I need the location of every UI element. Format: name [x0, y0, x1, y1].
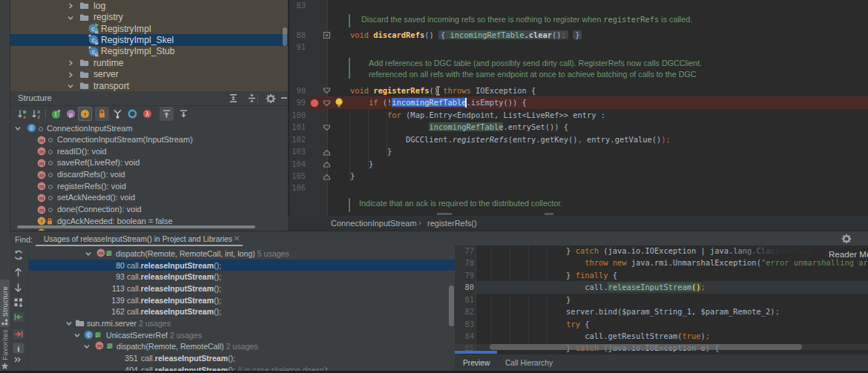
project-tree-row[interactable]: runtime: [10, 57, 288, 69]
code-line[interactable]: incomingRefTable.entrySet()) {: [332, 121, 568, 133]
usage-row[interactable]: 113call.releaseInputStream();: [29, 283, 455, 294]
expand-all-icon[interactable]: [228, 93, 238, 103]
gear-icon[interactable]: [841, 234, 852, 244]
structure-hscrollbar[interactable]: [17, 225, 255, 228]
group-by-icon[interactable]: [13, 297, 24, 308]
stripe-tab-favorites[interactable]: Favorites: [0, 327, 10, 370]
close-icon[interactable]: ✕: [234, 234, 240, 242]
fold-chevron-up-icon[interactable]: [323, 174, 331, 180]
editor-main[interactable]: 8388 void discardRefs() { incomingRefTab…: [288, 0, 868, 216]
code-line[interactable]: }: [332, 145, 392, 157]
folded-region[interactable]: { incomingRefTable.clear();: [438, 30, 568, 39]
structure-tree-row[interactable]: mreadID(): void: [10, 145, 288, 157]
project-tree-row[interactable]: cRegistryImpl: [10, 23, 288, 35]
editor-scrollbar-dash[interactable]: [437, 213, 452, 215]
reader-mode-label[interactable]: Reader Mode: [829, 249, 868, 259]
visibility-icon[interactable]: [125, 107, 139, 121]
usage-row[interactable]: 139call.releaseInputStream();: [29, 294, 455, 306]
sort-by-visibility-icon[interactable]: [16, 107, 30, 121]
structure-tree-row[interactable]: mregisterRefs(): void: [10, 180, 288, 192]
code-line[interactable]: }: [332, 158, 373, 170]
scroll-from-source-icon[interactable]: [177, 107, 191, 121]
usages-vscrollbar[interactable]: [449, 285, 454, 326]
chevron-right-icon[interactable]: [68, 60, 73, 66]
show-properties-icon[interactable]: p: [64, 107, 78, 121]
chevron-right-icon[interactable]: [68, 3, 73, 9]
chevron-down-icon[interactable]: [68, 15, 73, 21]
code-line[interactable]: if (!incomingRefTable.isEmpty()) {: [332, 96, 527, 108]
show-non-public-icon[interactable]: [95, 107, 109, 121]
folded-region[interactable]: }: [573, 30, 582, 39]
project-tree-row[interactable]: registry: [10, 12, 288, 24]
project-tree-row[interactable]: cRegistryImpl_Skel: [10, 34, 288, 46]
code-line[interactable]: void registerRefs() throws IOException {: [332, 85, 536, 96]
sort-alpha-icon[interactable]: az: [30, 107, 44, 121]
project-tree-row[interactable]: cRegistryImpl_Stub: [10, 46, 288, 58]
scroll-to-source-icon[interactable]: [160, 107, 174, 121]
usage-row[interactable]: 404call.releaseInputStream(); // in case…: [29, 364, 455, 371]
code-line[interactable]: throw new java.rmi.UnmarshalException("e…: [473, 257, 868, 268]
fold-chevron-up-icon[interactable]: [323, 161, 331, 168]
chevron-right-icon[interactable]: [68, 72, 73, 78]
refresh-icon[interactable]: [13, 250, 24, 260]
chevron-down-icon[interactable]: [85, 251, 91, 257]
fold-marker-icon[interactable]: [323, 32, 330, 39]
chevron-down-icon[interactable]: [66, 320, 72, 326]
preview-editor[interactable]: 77 } catch (java.io.IOException | java.l…: [455, 245, 868, 354]
usage-row[interactable]: 80call.releaseInputStream();: [29, 260, 455, 271]
code-line[interactable]: void discardRefs() { incomingRefTable.cl…: [332, 29, 582, 41]
structure-tree-row[interactable]: mdone(Connection): void: [10, 204, 288, 216]
code-line[interactable]: try {: [473, 318, 589, 330]
tab-preview[interactable]: Preview: [463, 359, 490, 367]
show-fields-icon[interactable]: f: [78, 107, 92, 121]
gear-icon[interactable]: [266, 93, 276, 104]
editor-scrollbar-dash[interactable]: [545, 213, 553, 215]
usage-row[interactable]: 93call.releaseInputStream();: [29, 271, 455, 283]
find-tab[interactable]: Usages of releaseInputStream() in Projec…: [44, 235, 232, 243]
arrow-down-icon[interactable]: [13, 283, 23, 293]
code-line[interactable]: call.releaseInputStream();: [473, 281, 706, 293]
breadcrumb-item[interactable]: registerRefs(): [427, 219, 477, 228]
fold-chevron-up-icon[interactable]: [323, 149, 331, 156]
code-line[interactable]: for (Map.Entry<Endpoint, List<LiveRef>> …: [332, 109, 605, 121]
chevron-down-icon[interactable]: [15, 125, 21, 131]
chevron-down-icon[interactable]: [84, 343, 90, 349]
next-occurrence-icon[interactable]: [13, 329, 24, 340]
chevron-down-icon[interactable]: [68, 83, 73, 89]
breadcrumb-item[interactable]: ConnectionInputStream: [331, 219, 417, 228]
show-lambdas-icon[interactable]: λ: [140, 107, 154, 121]
code-line[interactable]: }: [473, 294, 571, 306]
breakpoint-icon[interactable]: [310, 99, 319, 108]
show-inherited-icon[interactable]: 1: [50, 107, 64, 121]
stripe-tab-structure[interactable]: Structure: [0, 280, 10, 327]
structure-tree-row[interactable]: cConnectionInputStream: [10, 122, 288, 134]
structure-tree-row[interactable]: msaveRef(LiveRef): void: [10, 157, 288, 169]
structure-tree-row[interactable]: mdiscardRefs(): void: [10, 169, 288, 181]
code-line[interactable]: DGCClient.registerRefs(entry.getKey(), e…: [332, 133, 671, 145]
code-line[interactable]: }: [332, 170, 355, 182]
info-icon[interactable]: i: [13, 343, 24, 354]
structure-tree-row[interactable]: mConnectionInputStream(InputStream): [10, 134, 288, 146]
code-line[interactable]: server.bind($param_String_1, $param_Remo…: [473, 306, 780, 317]
usage-row[interactable]: cUnicastServerRef 2 usages: [29, 329, 455, 341]
project-tree-row[interactable]: transport: [10, 80, 288, 91]
usage-row[interactable]: mdispatch(Remote, RemoteCall, int, long)…: [29, 248, 455, 260]
usage-row[interactable]: 351call.releaseInputStream();: [29, 352, 455, 364]
fold-chevron-down-icon[interactable]: [323, 100, 331, 107]
arrow-up-icon[interactable]: [13, 267, 23, 277]
project-tree-row[interactable]: log: [10, 0, 288, 12]
chevron-down-icon[interactable]: [74, 332, 80, 338]
usage-row[interactable]: 162call.releaseInputStream();: [29, 306, 455, 317]
code-line[interactable]: call.getResultStream(true);: [473, 330, 710, 342]
usage-row[interactable]: sun.rmi.server 2 usages: [29, 317, 455, 329]
preview-hscrollbar-thumb[interactable]: [490, 344, 802, 350]
project-tree-row[interactable]: server: [10, 69, 288, 81]
code-line[interactable]: } finally {: [473, 269, 617, 281]
group-by-defining-type-icon[interactable]: [111, 107, 125, 121]
fold-chevron-down-icon[interactable]: [323, 88, 331, 94]
hide-icon[interactable]: [280, 93, 288, 102]
fold-chevron-down-icon[interactable]: [323, 125, 331, 131]
structure-tree-row[interactable]: msetAckNeeded(): void: [10, 192, 288, 204]
project-tree-scrollbar[interactable]: [283, 27, 287, 46]
tab-call-hierarchy[interactable]: Call Hierarchy: [505, 359, 553, 367]
